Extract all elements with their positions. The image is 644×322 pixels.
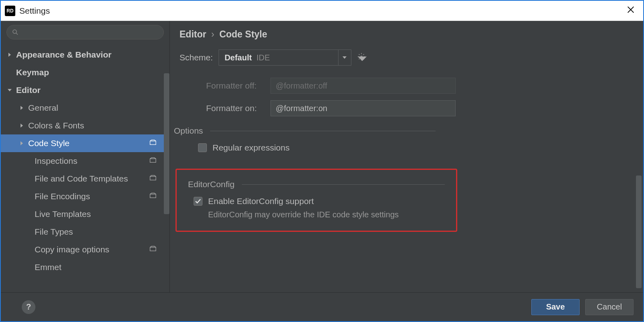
scrollbar-thumb[interactable] [636,175,642,288]
tree-arrow-icon [19,124,25,128]
save-button[interactable]: Save [531,299,580,315]
scrollbar-thumb[interactable] [164,73,169,214]
tree-item-live-templates[interactable]: Live Templates [1,205,169,223]
tree-item-label: Inspections [35,156,149,166]
tree-item-colors-fonts[interactable]: Colors & Fonts [1,117,169,134]
settings-tree: Appearance & BehaviorKeymapEditorGeneral… [1,43,169,292]
scheme-label: Scheme: [180,53,213,62]
project-badge-icon [149,192,157,201]
editorconfig-label: Enable EditorConfig support [208,196,314,206]
tree-item-label: Emmet [35,262,164,272]
tree-item-editor[interactable]: Editor [1,81,169,99]
tree-item-label: File and Code Templates [35,174,149,184]
scheme-suffix: IDE [256,53,270,62]
tree-arrow-icon [19,141,25,145]
scheme-value: Default [225,53,252,62]
divider [242,184,445,185]
dialog-footer: ? Save Cancel [1,292,643,321]
formatter-off-input[interactable] [270,78,456,94]
regex-label: Regular expressions [213,143,289,153]
editorconfig-checkbox[interactable] [194,197,202,206]
formatter-on-input[interactable] [270,100,456,116]
close-button[interactable] [622,4,639,17]
project-badge-icon [149,138,157,148]
tree-item-label: File Encodings [35,192,149,201]
tree-item-label: General [28,103,164,113]
tree-arrow-icon [6,88,13,92]
tree-item-keymap[interactable]: Keymap [1,64,169,81]
divider [210,131,436,131]
tree-item-label: Live Templates [35,209,164,219]
editorconfig-note: EditorConfig may override the IDE code s… [208,210,445,219]
formatter-off-label: Formatter off: [206,81,270,91]
tree-item-file-and-code-templates[interactable]: File and Code Templates [1,170,169,188]
tree-item-label: Code Style [28,138,149,148]
breadcrumb: Editor › Code Style [170,21,643,44]
tree-item-label: Keymap [16,68,164,77]
tree-arrow-icon [19,106,25,110]
scheme-dropdown[interactable]: Default IDE [219,50,351,66]
editorconfig-header: EditorConfig [188,180,235,189]
cancel-button[interactable]: Cancel [585,299,634,315]
tree-item-label: Copy image options [35,245,149,254]
window-title: Settings [19,6,50,16]
tree-item-label: File Types [35,227,164,237]
tree-item-copy-image-options[interactable]: Copy image options [1,241,169,258]
breadcrumb-part: Editor [180,29,206,39]
checkmark-icon [195,198,201,204]
breadcrumb-separator: › [211,29,215,39]
tree-item-label: Appearance & Behavior [16,50,164,60]
search-icon [12,29,19,36]
project-badge-icon [149,245,157,254]
editorconfig-highlight: EditorConfig Enable EditorConfig support… [175,169,457,232]
scheme-actions-button[interactable] [357,52,366,63]
settings-sidebar: Appearance & BehaviorKeymapEditorGeneral… [1,21,170,292]
help-button[interactable]: ? [22,300,35,314]
tree-item-label: Editor [16,85,164,95]
chevron-down-icon [338,50,351,65]
options-header: Options [174,126,203,136]
project-badge-icon [149,156,157,166]
settings-content: Editor › Code Style Scheme: Default IDE [170,21,643,292]
tree-item-inspections[interactable]: Inspections [1,152,169,170]
formatter-on-label: Formatter on: [206,103,270,113]
svg-point-0 [13,30,17,33]
tree-arrow-icon [6,53,13,57]
tree-item-general[interactable]: General [1,99,169,117]
app-logo: RD [5,6,15,16]
tree-item-appearance-behavior[interactable]: Appearance & Behavior [1,46,169,64]
project-badge-icon [149,174,157,184]
regex-checkbox[interactable] [198,143,207,152]
tree-item-label: Colors & Fonts [28,121,164,130]
titlebar: RD Settings [1,1,643,21]
breadcrumb-part: Code Style [219,29,267,39]
tree-item-file-types[interactable]: File Types [1,223,169,241]
tree-item-file-encodings[interactable]: File Encodings [1,188,169,205]
tree-item-emmet[interactable]: Emmet [1,258,169,276]
tree-item-code-style[interactable]: Code Style [1,134,169,152]
search-input[interactable] [6,25,164,39]
